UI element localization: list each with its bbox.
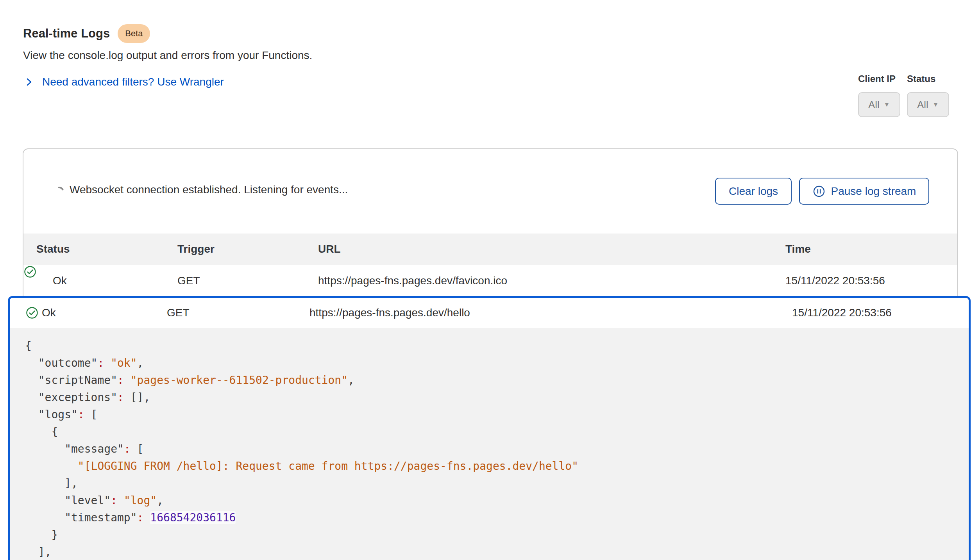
row-time: 15/11/2022 20:53:56 [792, 307, 892, 319]
json-log-line: ], [25, 544, 957, 560]
log-table-header: Status Trigger URL Time [23, 234, 957, 265]
json-log-line: ], [25, 475, 957, 492]
log-stream-card: Websocket connection established. Listen… [23, 148, 958, 301]
log-stream-toolbar: Websocket connection established. Listen… [23, 173, 957, 208]
row-trigger: GET [167, 307, 190, 319]
wrangler-link[interactable]: Need advanced filters? Use Wrangler [42, 76, 224, 88]
json-log-line: "exceptions": [], [25, 389, 957, 406]
json-log-line: { [25, 337, 957, 355]
status-filter: Status All ▼ [907, 73, 949, 117]
pause-log-stream-button[interactable]: Pause log stream [799, 178, 929, 205]
row-trigger: GET [177, 275, 200, 287]
status-filter-dropdown[interactable]: All ▼ [907, 92, 949, 117]
column-header-time: Time [785, 243, 811, 255]
wrangler-link-row[interactable]: Need advanced filters? Use Wrangler [23, 76, 224, 88]
client-ip-filter-label: Client IP [858, 73, 900, 84]
pause-icon [812, 185, 826, 198]
json-log-line: } [25, 526, 957, 544]
realtime-logs-page: Real-time Logs Beta View the console.log… [0, 0, 980, 560]
status-filter-label: Status [907, 73, 949, 84]
status-filter-value: All [917, 99, 928, 111]
chevron-down-icon: ▼ [883, 101, 890, 109]
row-url: https://pages-fns.pages.dev/hello [309, 307, 470, 319]
clear-logs-button-label: Clear logs [729, 185, 778, 198]
row-url: https://pages-fns.pages.dev/favicon.ico [318, 275, 507, 287]
json-log-line: "[LOGGING FROM /hello]: Request came fro… [25, 458, 957, 475]
json-log-line: "level": "log", [25, 492, 957, 509]
json-log-line: "scriptName": "pages-worker--611502-prod… [25, 372, 957, 389]
row-status: Ok [53, 275, 67, 287]
pause-log-stream-button-label: Pause log stream [831, 185, 916, 198]
row-status: Ok [42, 307, 56, 319]
page-header: Real-time Logs Beta [23, 24, 150, 43]
expanded-log-row[interactable]: Ok GET https://pages-fns.pages.dev/hello… [10, 298, 969, 328]
chevron-down-icon: ▼ [932, 101, 939, 109]
json-log-viewer: { "outcome": "ok", "scriptName": "pages-… [10, 328, 969, 560]
column-header-status: Status [36, 243, 70, 255]
clear-logs-button[interactable]: Clear logs [715, 178, 792, 205]
page-subtitle: View the console.log output and errors f… [23, 49, 312, 62]
json-log-line: "message": [ [25, 441, 957, 458]
chevron-right-icon [23, 77, 34, 87]
json-log-line: "timestamp": 1668542036116 [25, 509, 957, 526]
column-header-url: URL [318, 243, 341, 255]
json-log-line: "outcome": "ok", [25, 355, 957, 372]
log-table-row[interactable]: Ok GET https://pages-fns.pages.dev/favic… [23, 265, 957, 297]
client-ip-filter-dropdown[interactable]: All ▼ [858, 92, 900, 117]
client-ip-filter: Client IP All ▼ [858, 73, 900, 117]
page-title: Real-time Logs [23, 27, 110, 41]
client-ip-filter-value: All [868, 99, 880, 111]
row-time: 15/11/2022 20:53:56 [785, 275, 885, 287]
beta-badge: Beta [118, 24, 150, 43]
expanded-log-entry: Ok GET https://pages-fns.pages.dev/hello… [8, 296, 971, 560]
json-log-line: "logs": [ [25, 406, 957, 423]
websocket-status-message: Websocket connection established. Listen… [70, 184, 348, 196]
status-ok-icon [25, 306, 39, 319]
column-header-trigger: Trigger [177, 243, 215, 255]
json-log-line: { [25, 423, 957, 441]
loading-spinner-icon [53, 186, 65, 198]
